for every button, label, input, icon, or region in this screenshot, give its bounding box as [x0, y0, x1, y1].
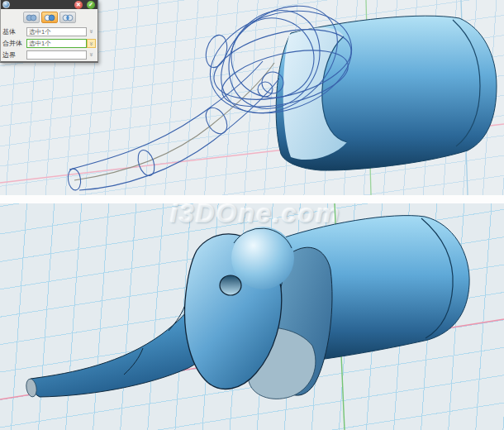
dialog-titlebar: ✕ ✓ [1, 0, 97, 9]
base-body-input[interactable]: 选中1个 [26, 27, 87, 36]
scene-bottom [0, 203, 504, 430]
boundary-dropdown-icon[interactable]: » [87, 50, 96, 60]
ear-wire [202, 33, 231, 70]
merge-body-label: 合并体 [1, 39, 26, 48]
viewport-top[interactable]: ✕ ✓ [0, 0, 504, 195]
boundary-input[interactable] [26, 50, 87, 60]
app-window: ✕ ✓ [0, 0, 504, 430]
intersect-icon [62, 14, 74, 22]
base-body-label: 基体 [1, 27, 26, 36]
field-row-boundary: 边界 » [1, 50, 96, 60]
boolean-operation-dialog: ✕ ✓ [0, 0, 98, 63]
boundary-label: 边界 [1, 50, 26, 60]
union-icon [26, 14, 37, 22]
subtract-op-button[interactable] [41, 12, 58, 23]
eye-shape [220, 275, 241, 295]
solid-elephant-model[interactable] [25, 216, 469, 399]
merge-body-input[interactable]: 选中1个 [26, 39, 87, 48]
union-op-button[interactable] [23, 12, 40, 23]
field-row-merge-body: 合并体 选中1个 » [1, 38, 96, 48]
viewport-bottom[interactable]: i3DOne.com [0, 203, 504, 430]
merge-body-dropdown-icon[interactable]: » [87, 39, 96, 48]
dialog-info-icon [2, 1, 10, 8]
cancel-button[interactable]: ✕ [74, 1, 83, 9]
boolean-op-toolbar [1, 9, 97, 25]
viewport-divider [0, 195, 504, 203]
confirm-button[interactable]: ✓ [87, 1, 95, 9]
field-row-base-body: 基体 选中1个 » [1, 26, 96, 36]
base-body-dropdown-icon[interactable]: » [87, 27, 96, 36]
subtract-icon [44, 14, 55, 22]
intersect-op-button[interactable] [59, 12, 76, 23]
